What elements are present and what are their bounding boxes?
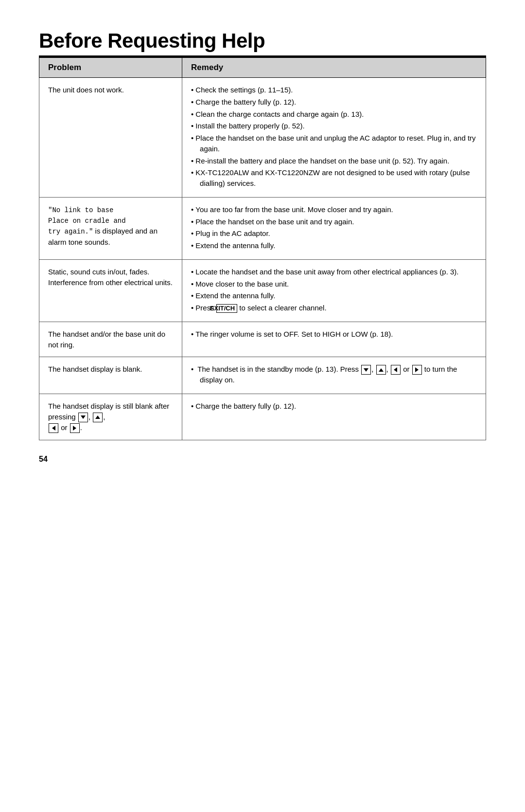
- problem-text-4: The handset and/or the base unit do not …: [48, 330, 165, 349]
- problem-cell-6: The handset display is still blank after…: [39, 394, 182, 440]
- problem-cell-1: The unit does not work.: [39, 78, 182, 198]
- list-item: Install the battery properly (p. 52).: [191, 121, 477, 131]
- nav-right-btn: [412, 365, 422, 375]
- triangle-right-icon: [415, 367, 419, 372]
- triangle-left-icon: [394, 367, 397, 372]
- or-text-6: or: [61, 423, 70, 432]
- nav-left-btn-6: [49, 423, 58, 433]
- remedy-cell-4: The ringer volume is set to OFF. Set to …: [182, 322, 486, 357]
- triangle-up-icon: [379, 368, 384, 372]
- list-item: Re-install the battery and place the han…: [191, 156, 477, 166]
- or-text-5: or: [403, 365, 412, 373]
- remedy-cell-3: Locate the handset and the base unit awa…: [182, 259, 486, 322]
- table-row: "No link to basePlace on cradle andtry a…: [39, 197, 486, 259]
- list-item: Extend the antenna fully.: [191, 240, 477, 251]
- nav-down-btn-6: [78, 413, 88, 422]
- table-row: Static, sound cuts in/out, fades. Interf…: [39, 259, 486, 322]
- table-row: The handset and/or the base unit do not …: [39, 322, 486, 357]
- problem-text-3: Static, sound cuts in/out, fades. Interf…: [48, 268, 173, 287]
- col-header-problem: Problem: [39, 58, 182, 78]
- remedy-cell-6: Charge the battery fully (p. 12).: [182, 394, 486, 440]
- page-number: 54: [39, 455, 486, 464]
- remedy-list-4: The ringer volume is set to OFF. Set to …: [191, 329, 477, 340]
- remedy-text-5a: The handset is in the standby mode (p. 1…: [197, 365, 361, 373]
- col-header-remedy: Remedy: [182, 58, 486, 78]
- main-table: Problem Remedy The unit does not work. C…: [39, 57, 486, 440]
- problem-cell-5: The handset display is blank.: [39, 357, 182, 394]
- triangle-down-icon: [81, 415, 86, 419]
- remedy-text: Move closer to the base unit.: [195, 280, 289, 288]
- remedy-text: Locate the handset and the base unit awa…: [195, 268, 458, 276]
- remedy-list-6: Charge the battery fully (p. 12).: [191, 401, 477, 412]
- table-row: The handset display is blank. The handse…: [39, 357, 486, 394]
- triangle-down-icon: [364, 368, 368, 372]
- list-item: Clean the charge contacts and charge aga…: [191, 109, 477, 120]
- remedy-text: Extend the antenna fully.: [195, 291, 275, 300]
- remedy-cell-5: The handset is in the standby mode (p. 1…: [182, 357, 486, 394]
- problem-text-5: The handset display is blank.: [48, 365, 142, 373]
- remedy-list-1: Check the settings (p. 11–15). Charge th…: [191, 85, 477, 189]
- list-item: Place the handset on the base unit and t…: [191, 217, 477, 227]
- problem-cell-2: "No link to basePlace on cradle andtry a…: [39, 197, 182, 259]
- problem-text-1: The unit does not work.: [48, 86, 124, 94]
- remedy-cell-1: Check the settings (p. 11–15). Charge th…: [182, 78, 486, 198]
- list-item: Locate the handset and the base unit awa…: [191, 267, 477, 277]
- problem-cell-3: Static, sound cuts in/out, fades. Interf…: [39, 259, 182, 322]
- list-item: KX-TC1220ALW and KX-TC1220NZW are not de…: [191, 167, 477, 189]
- list-item: Plug in the AC adaptor.: [191, 228, 477, 239]
- exit-ch-key: EXIT/CH: [216, 304, 237, 313]
- list-item: Charge the battery fully (p. 12).: [191, 97, 477, 108]
- problem-cell-4: The handset and/or the base unit do not …: [39, 322, 182, 357]
- problem-prefix-6: The handset display is still blank after…: [48, 402, 169, 421]
- list-item: Place the handset on the base unit and u…: [191, 133, 477, 154]
- remedy-list-3: Locate the handset and the base unit awa…: [191, 267, 477, 313]
- remedy-list-2: You are too far from the base unit. Move…: [191, 204, 477, 251]
- table-row: The handset display is still blank after…: [39, 394, 486, 440]
- list-item: Check the settings (p. 11–15).: [191, 85, 477, 95]
- list-item: The ringer volume is set to OFF. Set to …: [191, 329, 477, 340]
- list-item: You are too far from the base unit. Move…: [191, 204, 477, 215]
- table-row: The unit does not work. Check the settin…: [39, 78, 486, 198]
- list-item: Press EXIT/CH to select a clearer channe…: [191, 303, 477, 313]
- triangle-right-icon: [73, 426, 76, 431]
- page-title: Before Requesting Help: [39, 29, 486, 53]
- list-item: Move closer to the base unit.: [191, 279, 477, 289]
- nav-up-btn-6: [93, 413, 103, 422]
- nav-up-btn: [376, 365, 386, 375]
- remedy-list-5: The handset is in the standby mode (p. 1…: [191, 364, 477, 385]
- nav-left-btn: [391, 365, 401, 375]
- triangle-left-icon: [52, 426, 55, 431]
- triangle-up-icon: [95, 415, 100, 419]
- list-item: Extend the antenna fully.: [191, 290, 477, 301]
- nav-right-btn-6: [70, 423, 80, 433]
- list-item: Charge the battery fully (p. 12).: [191, 401, 477, 412]
- list-item: The handset is in the standby mode (p. 1…: [191, 364, 477, 385]
- nav-down-btn: [361, 365, 371, 375]
- remedy-cell-2: You are too far from the base unit. Move…: [182, 197, 486, 259]
